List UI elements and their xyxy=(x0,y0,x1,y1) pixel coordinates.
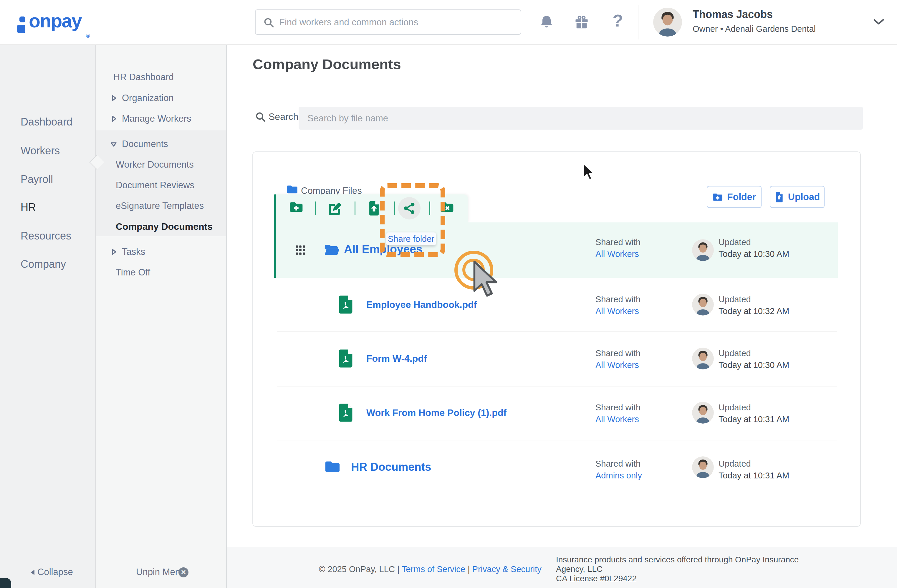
updated-label: Updated xyxy=(719,295,751,304)
updated-label: Updated xyxy=(719,237,751,247)
updater-avatar xyxy=(692,402,714,424)
insurance-disclaimer-line3: CA License #0L29422 xyxy=(556,574,637,583)
submenu-organization[interactable]: Organization xyxy=(122,92,174,104)
sidebar-item-hr[interactable]: HR xyxy=(21,200,36,214)
collapse-down-icon[interactable] xyxy=(110,140,118,148)
file-upload-icon xyxy=(775,191,784,203)
pdf-file-icon xyxy=(337,295,354,314)
unpin-menu-button[interactable]: Unpin Menu xyxy=(136,565,185,579)
folder-plus-icon xyxy=(712,193,723,202)
chevron-down-icon xyxy=(873,18,885,25)
folder-icon xyxy=(286,184,298,194)
sidebar-item-resources[interactable]: Resources xyxy=(21,229,71,243)
global-search-input[interactable] xyxy=(279,10,513,35)
new-folder-button[interactable]: Folder xyxy=(707,186,762,208)
top-header: onpay ® ? Thomas Jacobs Owner • Adenali … xyxy=(0,0,897,45)
submenu-esignature-templates[interactable]: eSignature Templates xyxy=(116,199,204,213)
updated-time: Today at 10:30 AM xyxy=(719,249,789,259)
sidebar-item-workers[interactable]: Workers xyxy=(21,144,60,158)
file-search-input[interactable] xyxy=(307,107,856,130)
expand-right-icon[interactable] xyxy=(110,248,118,256)
unpin-icon[interactable]: ✕ xyxy=(178,567,188,577)
updater-avatar xyxy=(692,456,714,478)
submenu-documents[interactable]: Documents xyxy=(122,138,168,150)
submenu-worker-documents[interactable]: Worker Documents xyxy=(116,158,194,171)
updated-label: Updated xyxy=(719,349,751,358)
onpay-app: onpay ® ? Thomas Jacobs Owner • Adenali … xyxy=(0,0,897,588)
shared-with-link[interactable]: All Workers xyxy=(595,249,639,259)
drag-handle-icon[interactable] xyxy=(294,244,306,256)
sidebar-item-company[interactable]: Company xyxy=(21,257,66,271)
notifications-bell-icon[interactable] xyxy=(539,14,554,30)
pdf-file-icon xyxy=(337,403,354,422)
submenu-company-documents[interactable]: Company Documents xyxy=(116,220,213,233)
insurance-disclaimer-line1: Insurance products and services offered … xyxy=(556,555,799,564)
collapse-button[interactable]: Collapse xyxy=(31,565,73,579)
shared-with-link[interactable]: All Workers xyxy=(595,360,639,370)
submenu-hr-dashboard[interactable]: HR Dashboard xyxy=(113,71,174,84)
collapse-triangle-icon xyxy=(31,570,34,575)
terms-of-service-link[interactable]: Terms of Service xyxy=(402,564,465,574)
updater-avatar xyxy=(692,294,714,315)
user-avatar xyxy=(653,8,682,37)
expand-right-icon[interactable] xyxy=(110,115,118,123)
updater-avatar xyxy=(692,239,714,261)
header-divider xyxy=(638,5,638,40)
privacy-security-link[interactable]: Privacy & Security xyxy=(472,564,542,574)
user-name: Thomas Jacobs xyxy=(693,8,773,21)
shared-with-label: Shared with xyxy=(595,403,640,412)
help-icon[interactable]: ? xyxy=(612,11,623,31)
submenu-document-reviews[interactable]: Document Reviews xyxy=(116,179,194,192)
file-search-box xyxy=(298,107,863,130)
selected-row-accent xyxy=(274,194,276,278)
sidebar-item-dashboard[interactable]: Dashboard xyxy=(21,115,72,129)
shared-with-link[interactable]: All Workers xyxy=(595,306,639,316)
rename-folder-icon[interactable] xyxy=(328,201,342,216)
submenu-time-off[interactable]: Time Off xyxy=(116,266,150,279)
global-search xyxy=(255,9,521,35)
hr-submenu xyxy=(96,45,227,588)
logo-text: onpay xyxy=(29,10,81,32)
updated-time: Today at 10:31 AM xyxy=(719,471,789,481)
click-cursor-icon xyxy=(471,260,500,299)
toolbar-divider xyxy=(315,202,316,215)
file-name-link[interactable]: Work From Home Policy (1).pdf xyxy=(366,407,507,418)
registered-mark: ® xyxy=(86,33,90,39)
shared-with-label: Shared with xyxy=(595,295,640,304)
share-folder-tooltip: Share folder xyxy=(386,233,436,245)
upload-file-icon[interactable] xyxy=(367,201,381,216)
expand-right-icon[interactable] xyxy=(110,94,118,102)
shared-with-link[interactable]: Admins only xyxy=(595,471,642,481)
shared-with-label: Shared with xyxy=(595,237,640,247)
shared-with-link[interactable]: All Workers xyxy=(595,415,639,424)
updated-label: Updated xyxy=(719,459,751,469)
chat-widget-nub[interactable] xyxy=(0,578,11,588)
logo-mark-small xyxy=(20,17,25,22)
pdf-file-icon xyxy=(337,349,354,368)
folder-icon xyxy=(325,460,340,473)
gift-icon[interactable] xyxy=(573,15,590,30)
upload-button[interactable]: Upload xyxy=(770,186,825,208)
shared-with-label: Shared with xyxy=(595,349,640,358)
search-icon xyxy=(255,111,266,122)
logo-mark-large xyxy=(17,25,25,33)
sidebar-item-payroll[interactable]: Payroll xyxy=(21,172,53,187)
shared-with-label: Shared with xyxy=(595,459,640,469)
footer-legal: © 2025 OnPay, LLC | Terms of Service | P… xyxy=(319,564,542,574)
updated-label: Updated xyxy=(719,403,751,412)
page-title: Company Documents xyxy=(253,56,401,72)
row-divider xyxy=(277,331,837,332)
add-folder-icon[interactable] xyxy=(289,201,303,213)
submenu-manage-workers[interactable]: Manage Workers xyxy=(122,112,191,125)
folder-name-link[interactable]: HR Documents xyxy=(351,461,431,473)
mouse-cursor-icon xyxy=(582,163,595,181)
submenu-tasks[interactable]: Tasks xyxy=(122,245,145,258)
search-icon xyxy=(263,17,274,28)
insurance-disclaimer-line2: Agency, LLC xyxy=(556,564,603,574)
row-divider xyxy=(277,440,837,440)
updated-time: Today at 10:30 AM xyxy=(719,360,789,370)
file-name-link[interactable]: Form W-4.pdf xyxy=(366,353,427,364)
updated-time: Today at 10:32 AM xyxy=(719,306,789,316)
copyright-text: © 2025 OnPay, LLC xyxy=(319,564,395,574)
file-name-link[interactable]: Employee Handbook.pdf xyxy=(366,299,477,310)
